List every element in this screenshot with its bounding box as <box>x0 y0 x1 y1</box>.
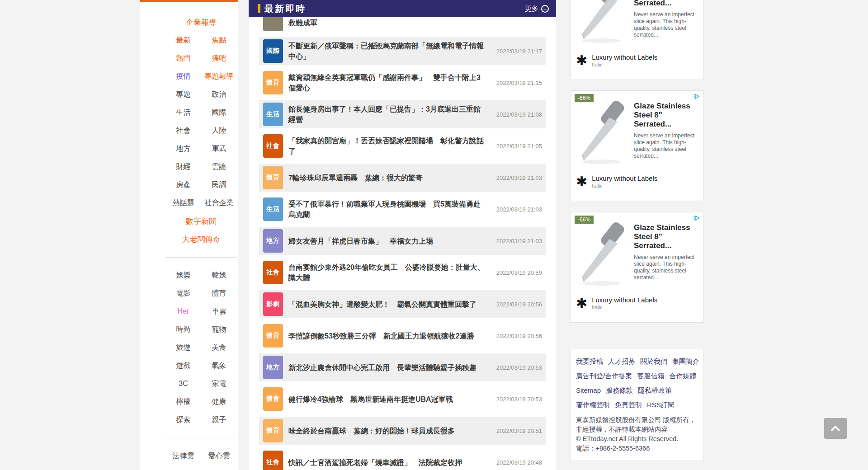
sidebar-item[interactable]: 播吧 <box>212 54 226 63</box>
news-headline[interactable]: 「混血美胸女神」遭酸變太肥！ 霸氣公開真實體重回擊了 <box>288 299 487 310</box>
sidebar-item[interactable]: 民調 <box>212 180 226 190</box>
ad-headline[interactable]: Glaze Stainless Steel 8" Serrated... <box>634 0 698 8</box>
category-badge[interactable]: 體育 <box>263 71 283 94</box>
footer-link[interactable]: 服務條款 <box>606 386 633 395</box>
sidebar-item[interactable]: 健康 <box>212 397 226 407</box>
sidebar-item[interactable]: 美食 <box>212 343 226 352</box>
category-badge[interactable]: 體育 <box>263 166 283 189</box>
footer-link[interactable]: 集團簡介 <box>672 357 699 366</box>
category-badge[interactable]: 社會 <box>263 451 283 470</box>
news-headline[interactable]: 受不了俄軍暴行！前職業軍人現身桃園機場 買5萬裝備勇赴烏克蘭 <box>288 199 487 220</box>
news-row[interactable]: 救難成軍 <box>259 17 546 33</box>
category-badge[interactable]: 體育 <box>263 324 283 348</box>
category-badge[interactable]: 社會 <box>263 261 283 284</box>
sidebar-item[interactable]: 國際 <box>212 108 226 118</box>
news-row[interactable]: 體育 戴資穎無緣全英賽冠軍戰仍「感謝兩件事」 雙手合十附上3個愛心 2022/0… <box>259 69 546 97</box>
sidebar-item[interactable]: 大陸 <box>212 126 226 136</box>
sidebar-item[interactable]: 3C <box>179 380 188 388</box>
news-row[interactable]: 體育 味全終於台南贏球 葉總：好的開始！球員成長很多 2022/03/19 20… <box>259 417 546 445</box>
sidebar-item[interactable]: 熱話題 <box>173 198 194 208</box>
news-headline[interactable]: 不斷更新／俄軍聲稱：已摧毀烏克蘭南部「無線電和電子情報中心」 <box>288 41 487 61</box>
sidebar-item[interactable]: 遊戲 <box>176 361 191 371</box>
category-badge[interactable]: 地方 <box>263 229 283 253</box>
sidebar-item[interactable]: 探索 <box>176 415 191 425</box>
news-headline[interactable]: 味全終於台南贏球 葉總：好的開始！球員成長很多 <box>288 426 487 436</box>
category-badge[interactable] <box>263 17 283 31</box>
sidebar-item[interactable]: 韓娛 <box>212 271 226 280</box>
sidebar-item[interactable]: 寵物 <box>212 325 226 334</box>
scroll-to-top-button[interactable] <box>824 418 847 439</box>
sidebar-item[interactable]: 財經 <box>176 162 191 172</box>
sidebar-item[interactable]: 大老闆傳奇 <box>182 234 221 244</box>
sidebar-item[interactable]: 數字新聞 <box>186 216 217 226</box>
sidebar-item[interactable]: 旅遊 <box>176 343 191 352</box>
footer-link[interactable]: 人才招募 <box>608 357 635 366</box>
sidebar-item[interactable]: 時尚 <box>176 325 191 334</box>
news-headline[interactable]: 婦女友善月「祥虎日春市集」 幸福女力上場 <box>288 236 487 246</box>
footer-link[interactable]: 合作媒體 <box>669 372 696 381</box>
news-row[interactable]: 社會 快訊／士官酒駕撞死老婦「燒車滅證」 法院裁定收押 2022/03/19 2… <box>259 448 546 470</box>
sidebar-item[interactable]: 體育 <box>212 289 226 298</box>
footer-link[interactable]: 廣告刊登/合作提案 <box>576 372 632 381</box>
footer-link[interactable]: 我要投稿 <box>576 357 603 366</box>
category-badge[interactable]: 生活 <box>263 103 283 126</box>
footer-link[interactable]: 著作權聲明 <box>576 401 610 409</box>
news-headline[interactable]: 7輪珍珠邱辰單週兩轟 葉總：很大的驚奇 <box>288 173 487 183</box>
sidebar-item[interactable]: 愛心雲 <box>208 451 230 461</box>
footer-link[interactable]: 客服信箱 <box>637 372 664 381</box>
ad-brand-name[interactable]: Luxury without Labels <box>592 296 657 304</box>
news-row[interactable]: 體育 李愷諺倒數53秒致勝三分彈 新北國王力退領航猿收2連勝 2022/03/1… <box>259 322 546 350</box>
sidebar-item[interactable]: 雲論 <box>212 162 226 172</box>
news-row[interactable]: 生活 受不了俄軍暴行！前職業軍人現身桃園機場 買5萬裝備勇赴烏克蘭 2022/0… <box>259 195 546 223</box>
sidebar-item[interactable]: 車雲 <box>212 307 226 316</box>
sidebar-item[interactable]: 企業報導 <box>186 17 217 28</box>
ad-card[interactable]: -66% Glaze Stainless Steel 8" <box>570 0 703 80</box>
news-row[interactable]: 影劇 「混血美胸女神」遭酸變太肥！ 霸氣公開真實體重回擊了 2022/03/19… <box>259 290 546 318</box>
sidebar-item[interactable]: 家電 <box>212 379 226 389</box>
news-row[interactable]: 地方 新北汐止農會休閒中心完工啟用 長輩樂活體驗親子插秧趣 2022/03/19… <box>259 353 546 381</box>
category-badge[interactable]: 影劇 <box>263 292 283 316</box>
adchoices-icon[interactable] <box>693 93 700 102</box>
sidebar-item[interactable]: Her <box>178 307 189 315</box>
sidebar-item[interactable]: 法律雲 <box>173 451 194 461</box>
news-headline[interactable]: 健行爆冷4強輸球 黑馬世新連兩年挺進UBA冠軍戰 <box>288 394 487 404</box>
sidebar-item[interactable]: 熱門 <box>176 54 191 63</box>
sidebar-item[interactable]: 最新 <box>176 36 191 45</box>
news-row[interactable]: 社會 台南宴館少東外遇20年偷吃女員工 公婆冷眼要她：肚量大、識大體 2022/… <box>259 258 546 287</box>
sidebar-item[interactable] <box>165 438 237 438</box>
footer-link[interactable]: 免責聲明 <box>615 401 642 409</box>
sidebar-item[interactable]: 疫情 <box>176 72 191 81</box>
sidebar-item[interactable]: 社會企業 <box>205 198 234 208</box>
sidebar-item[interactable]: 地方 <box>176 144 191 154</box>
news-row[interactable]: 地方 婦女友善月「祥虎日春市集」 幸福女力上場 2022/03/19 21:03 <box>259 227 546 255</box>
sidebar-item[interactable]: 專題報導 <box>205 72 234 81</box>
sidebar-item[interactable]: 專題 <box>176 90 191 99</box>
category-badge[interactable]: 社會 <box>263 134 283 158</box>
ad-card[interactable]: -66% Glaze Stainless Steel 8" <box>570 212 703 323</box>
ad-brand-name[interactable]: Luxury without Labels <box>592 174 657 182</box>
news-headline[interactable]: 新北汐止農會休閒中心完工啟用 長輩樂活體驗親子插秧趣 <box>288 362 487 373</box>
sidebar-item[interactable]: 社會 <box>176 126 191 136</box>
news-headline[interactable]: 台南宴館少東外遇20年偷吃女員工 公婆冷眼要她：肚量大、識大體 <box>288 262 487 283</box>
sidebar-item[interactable]: 電影 <box>176 289 191 298</box>
sidebar-item[interactable]: 生活 <box>176 108 191 118</box>
category-badge[interactable]: 地方 <box>263 356 283 379</box>
category-badge[interactable]: 體育 <box>263 387 283 411</box>
category-badge[interactable]: 體育 <box>263 419 283 442</box>
footer-link[interactable]: Sitemap <box>576 386 601 395</box>
news-headline[interactable]: 「我家真的開宮廟」！丟丟妹否認家裡開賭場 彰化警方說話了 <box>288 136 487 156</box>
news-headline[interactable]: 戴資穎無緣全英賽冠軍戰仍「感謝兩件事」 雙手合十附上3個愛心 <box>288 72 487 93</box>
sidebar-item[interactable]: 娛樂 <box>176 271 191 280</box>
ad-brand-name[interactable]: Luxury without Labels <box>592 53 657 61</box>
ad-headline[interactable]: Glaze Stainless Steel 8" Serrated... <box>634 223 698 250</box>
sidebar-item[interactable]: 軍武 <box>212 144 226 154</box>
ad-card[interactable]: -66% Glaze Stainless Steel 8" <box>570 90 703 201</box>
footer-link[interactable]: 隱私權政策 <box>638 386 672 395</box>
sidebar-item[interactable]: 房產 <box>176 180 191 190</box>
category-badge[interactable]: 生活 <box>263 197 283 221</box>
news-row[interactable]: 生活 館長健身房出事了！本人回應「已提告」：3月底退出三重館經營 2022/03… <box>259 100 546 128</box>
sidebar-item[interactable]: 檸檬 <box>176 397 191 407</box>
news-headline[interactable]: 快訊／士官酒駕撞死老婦「燒車滅證」 法院裁定收押 <box>288 457 487 468</box>
more-link[interactable]: 更多 → <box>525 5 549 13</box>
sidebar-item[interactable] <box>165 257 237 258</box>
